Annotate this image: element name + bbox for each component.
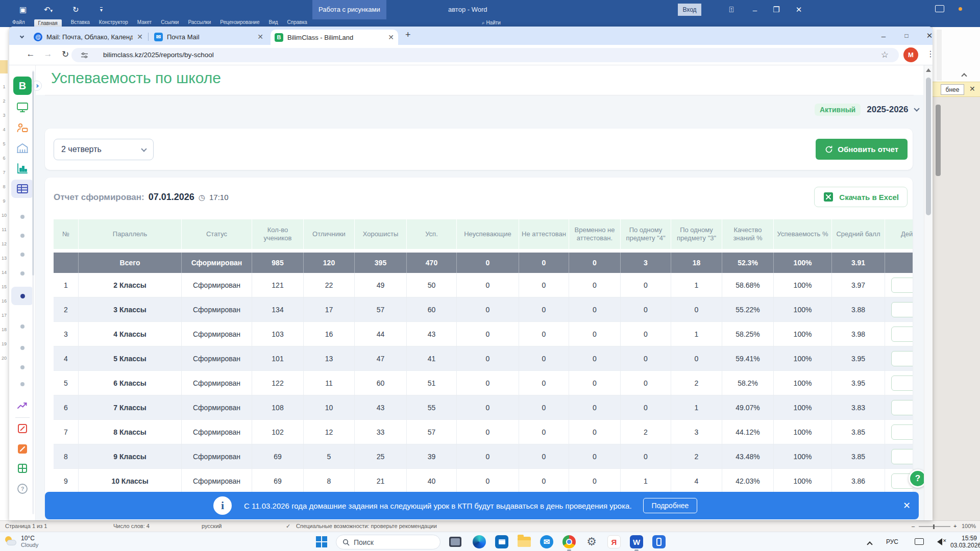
sidebar-menu-item[interactable] [11, 287, 34, 305]
start-button[interactable] [314, 535, 329, 549]
word-ribbon-tab[interactable]: Макет [137, 19, 152, 25]
sidebar-item-green-app[interactable] [11, 459, 34, 478]
sidebar-scrollbar-thumb[interactable] [32, 71, 34, 276]
browser-menu-icon[interactable]: ⋮ [926, 49, 935, 59]
word-comment-icon[interactable] [935, 5, 944, 12]
word-wordcount[interactable]: Число слов: 4 [113, 523, 150, 529]
zoom-slider-thumb[interactable] [933, 524, 935, 529]
word-zoom-level[interactable]: 100% [962, 523, 976, 529]
back-icon[interactable]: ← [24, 49, 37, 59]
taskbar-folder-icon[interactable] [517, 535, 531, 549]
spellcheck-icon[interactable]: ✓ [286, 523, 290, 530]
profile-avatar[interactable]: M [903, 47, 918, 62]
page-scrollbar[interactable] [924, 65, 933, 520]
browser-tab-pochta[interactable]: ✉ Почта Mail ✕ [150, 30, 267, 44]
sidebar-item-person-desk[interactable] [11, 118, 34, 137]
tray-expand-icon[interactable] [867, 541, 872, 547]
sidebar-item-table[interactable] [11, 180, 34, 198]
word-collapse-icon[interactable] [961, 73, 967, 79]
sidebar-menu-item[interactable] [11, 358, 34, 377]
language-indicator[interactable]: РУС [886, 538, 898, 545]
word-ribbon-tab[interactable]: Справка [287, 19, 307, 25]
refresh-report-button[interactable]: Обновить отчет [816, 139, 908, 160]
sidebar-item-school-building[interactable] [11, 139, 34, 157]
browser-close-button[interactable]: ✕ [919, 27, 940, 45]
word-search-icon[interactable]: ⌕ Найти [482, 20, 501, 26]
taskbar-word-icon[interactable]: W [629, 535, 644, 549]
row-action-button[interactable] [891, 327, 913, 342]
sidebar-menu-item[interactable] [11, 264, 34, 283]
bilimclass-logo[interactable]: B [13, 77, 32, 95]
scroll-up-icon[interactable] [926, 68, 931, 72]
notification-close-icon[interactable]: ✕ [903, 500, 911, 511]
tab-search-icon[interactable] [16, 31, 28, 42]
sidebar-menu-item[interactable] [11, 208, 34, 226]
word-ribbon-tab[interactable]: Файл [12, 19, 25, 25]
sidebar-item-monitor[interactable] [11, 98, 34, 116]
word-ribbon-tab[interactable]: Вставка [71, 19, 90, 25]
zoom-in-icon[interactable]: + [953, 523, 957, 529]
word-signin-button[interactable]: Вход [678, 4, 701, 16]
row-action-button[interactable] [891, 302, 913, 317]
word-language[interactable]: русский [202, 523, 222, 529]
school-year-selector[interactable]: Активный 2025-2026 [815, 104, 919, 116]
sidebar-menu-item[interactable] [11, 245, 34, 264]
site-settings-icon[interactable] [81, 52, 88, 59]
redo-icon[interactable]: ↻ [72, 0, 79, 19]
bookmark-star-icon[interactable]: ☆ [881, 49, 889, 60]
word-ribbon-tab[interactable]: Рецензирование [220, 19, 259, 25]
quarter-select[interactable]: 2 четверть [54, 139, 154, 160]
new-tab-icon[interactable]: + [405, 30, 411, 40]
sidebar-item-red-app[interactable] [11, 419, 34, 438]
taskbar-mail-icon[interactable]: ✉ [540, 535, 554, 549]
row-action-button[interactable] [891, 424, 913, 440]
word-ribbon-tab[interactable]: Ссылки [161, 19, 179, 25]
sidebar-menu-item[interactable] [11, 375, 34, 393]
sidebar-item-trend[interactable] [11, 396, 34, 415]
volume-muted-icon[interactable]: ✕ [937, 538, 942, 545]
word-minimize-button[interactable]: – [744, 0, 766, 19]
taskbar-yandex-icon[interactable]: Я [607, 535, 621, 549]
tab-close-icon[interactable]: ✕ [137, 33, 143, 41]
taskbar-chrome-icon[interactable] [562, 535, 576, 549]
browser-tab-mailru[interactable]: @ Mail: Почта, Облако, Календар ✕ [30, 30, 147, 44]
save-icon[interactable]: ▣ [19, 0, 27, 19]
sidebar-menu-item[interactable] [11, 227, 34, 245]
weather-widget[interactable]: 10°C Cloudy [4, 535, 38, 548]
word-ribbon-tab[interactable]: Вид [269, 19, 278, 25]
sidebar-item-help[interactable]: ? [11, 480, 34, 498]
zoom-out-icon[interactable]: – [912, 523, 915, 529]
row-action-button[interactable] [891, 375, 913, 391]
tab-close-icon[interactable]: ✕ [388, 33, 394, 41]
word-contextual-tab[interactable]: Работа с рисунками [312, 0, 386, 19]
row-action-button[interactable] [891, 400, 913, 415]
download-excel-button[interactable]: Скачать в Excel [814, 187, 908, 207]
ribbon-display-options-icon[interactable]: ⍐ [721, 0, 742, 19]
word-scrollbar-thumb[interactable] [936, 105, 941, 176]
taskbar-monitor-dark-icon[interactable] [448, 535, 462, 549]
word-ribbon-tab[interactable]: Главная [34, 19, 62, 27]
word-message-close-icon[interactable]: ✕ [969, 85, 975, 93]
forward-icon[interactable]: → [42, 49, 54, 59]
address-bar[interactable]: bilimclass.kz/2025/reports/by-school ☆ [71, 48, 899, 62]
sidebar-scrollbar[interactable] [32, 70, 34, 514]
word-ribbon-tab[interactable]: Конструктор [99, 19, 128, 25]
notification-more-button[interactable]: Подробнее [643, 498, 698, 513]
sidebar-menu-item[interactable] [11, 317, 34, 336]
word-restore-button[interactable]: ❐ [766, 0, 787, 19]
reload-icon[interactable]: ↻ [59, 49, 71, 60]
sidebar-menu-item[interactable] [11, 339, 34, 357]
taskbar-store-icon[interactable] [495, 535, 509, 549]
row-action-button[interactable] [891, 449, 913, 464]
sidebar-item-orange-app[interactable] [11, 440, 34, 458]
word-close-button[interactable]: ✕ [788, 0, 810, 19]
taskbar-clock[interactable]: 15:59 03.03.2026 [950, 535, 977, 549]
taskbar-edge-icon[interactable] [472, 535, 486, 549]
taskbar-settings-icon[interactable]: ⚙ [584, 535, 599, 549]
qat-customize-icon[interactable]: ▾ [100, 7, 103, 14]
browser-tab-bilimclass[interactable]: B BilimClass - BilimLand ✕ [271, 30, 398, 45]
word-message-more-button[interactable]: бнее [941, 84, 964, 95]
zoom-slider[interactable] [919, 526, 950, 527]
row-action-button[interactable] [891, 278, 913, 293]
undo-icon[interactable]: ↶▾ [44, 0, 53, 20]
